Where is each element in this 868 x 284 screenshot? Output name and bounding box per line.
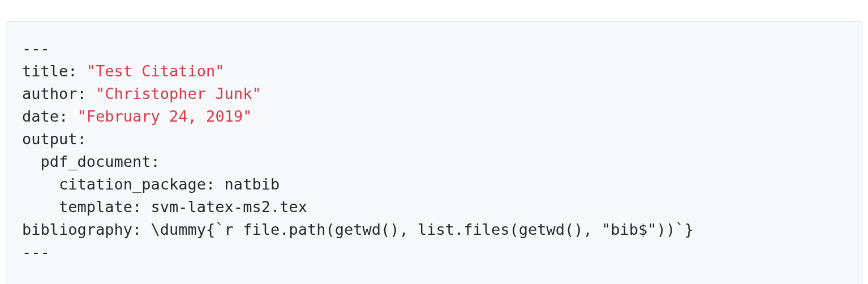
citation-package-line: citation_package: natbib bbox=[22, 175, 280, 193]
yaml-frontmatter-code: --- title: "Test Citation" author: "Chri… bbox=[6, 21, 862, 284]
author-value: "Christopher Junk" bbox=[96, 85, 261, 102]
author-key: author: bbox=[22, 85, 96, 102]
title-value: "Test Citation" bbox=[87, 62, 225, 80]
bibliography-line: bibliography: \dummy{`r file.path(getwd(… bbox=[22, 221, 694, 238]
pdf-document-key: pdf_document: bbox=[22, 153, 160, 170]
template-line: template: svm-latex-ms2.tex bbox=[22, 198, 307, 216]
date-value: "February 24, 2019" bbox=[78, 107, 252, 125]
date-key: date: bbox=[22, 107, 78, 125]
delim-close: --- bbox=[22, 243, 50, 261]
output-key: output: bbox=[22, 130, 87, 148]
title-key: title: bbox=[22, 62, 87, 80]
delim-open: --- bbox=[22, 40, 50, 57]
code-container: --- title: "Test Citation" author: "Chri… bbox=[0, 0, 868, 284]
